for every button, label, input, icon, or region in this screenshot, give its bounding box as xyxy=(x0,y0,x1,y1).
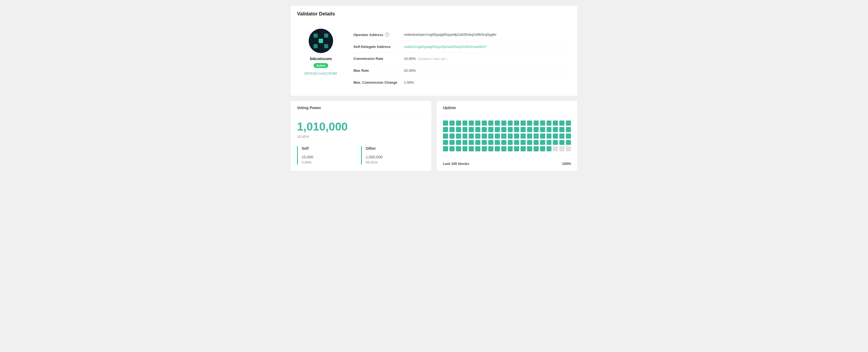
uptime-cell xyxy=(488,140,493,145)
validator-address-link[interactable]: BFFE82CAADC3F980 xyxy=(305,72,337,75)
uptime-cell xyxy=(527,134,532,139)
voting-power-card: Voting Power 1,010,000 16.65% Self 10,00… xyxy=(290,101,432,171)
uptime-cell xyxy=(456,134,461,139)
uptime-cell xyxy=(456,127,461,132)
voting-power-columns: Self 10,000 0.99% Other 1,000,000 99.01% xyxy=(297,146,425,164)
uptime-cell xyxy=(475,134,480,139)
uptime-cell xyxy=(566,127,571,132)
validator-details-grid: Operator Address ? cettestvaloper1ngd0yp… xyxy=(353,29,569,88)
uptime-cell xyxy=(488,127,493,132)
uptime-cell xyxy=(540,140,545,145)
uptime-cell xyxy=(495,140,500,145)
voting-power-percent: 16.65% xyxy=(297,135,425,139)
uptime-cell xyxy=(553,127,558,132)
uptime-cell xyxy=(514,146,519,151)
voting-power-body: 1,010,000 16.65% Self 10,000 0.99% Other… xyxy=(290,114,432,171)
uptime-cell xyxy=(533,146,539,151)
uptime-cell xyxy=(482,134,487,139)
uptime-cell xyxy=(488,134,493,139)
uptime-footer-value: 100% xyxy=(562,162,571,166)
uptime-cell xyxy=(463,120,468,126)
self-delegate-label: Self-Delegate Address xyxy=(353,41,404,53)
operator-address-value: cettestvaloper1ngd0ypqq0fzpye9p2a935vkq2… xyxy=(404,29,569,41)
uptime-cell xyxy=(450,140,455,145)
uptime-cell xyxy=(463,140,468,145)
uptime-cell xyxy=(456,146,461,151)
vp-self-column: Self 10,000 0.99% xyxy=(297,146,361,164)
uptime-cell xyxy=(501,120,506,126)
validator-avatar xyxy=(309,29,333,53)
uptime-cell xyxy=(559,140,564,145)
uptime-cell xyxy=(475,127,480,132)
uptime-cell xyxy=(482,140,487,145)
avatar-cell xyxy=(319,34,323,38)
uptime-cell xyxy=(450,120,455,126)
avatar-grid xyxy=(314,34,328,48)
vp-self-amount: 10,000 xyxy=(302,155,361,159)
uptime-cell xyxy=(482,127,487,132)
uptime-cell xyxy=(521,140,526,145)
bottom-row: Voting Power 1,010,000 16.65% Self 10,00… xyxy=(290,101,578,175)
uptime-cell xyxy=(521,134,526,139)
uptime-cell xyxy=(521,127,526,132)
vp-other-title: Other xyxy=(366,146,425,150)
uptime-card: Uptime Last 100 blocks 100% xyxy=(436,101,578,171)
uptime-cell xyxy=(443,120,448,126)
uptime-cell xyxy=(540,127,545,132)
uptime-cell xyxy=(533,134,539,139)
uptime-cell xyxy=(495,146,500,151)
uptime-cell xyxy=(508,146,513,151)
uptime-cell xyxy=(527,146,532,151)
uptime-cell xyxy=(553,146,558,151)
operator-address-help-icon[interactable]: ? xyxy=(385,33,389,37)
uptime-cell xyxy=(527,140,532,145)
avatar-cell xyxy=(319,39,323,43)
uptime-cell xyxy=(559,134,564,139)
uptime-cell xyxy=(533,127,539,132)
page-title: Validator Details xyxy=(290,6,578,17)
avatar-cell xyxy=(324,39,328,43)
uptime-cell xyxy=(508,120,513,126)
uptime-cell xyxy=(463,146,468,151)
uptime-cell xyxy=(559,127,564,132)
uptime-cell xyxy=(508,134,513,139)
uptime-cell xyxy=(508,140,513,145)
uptime-cell xyxy=(514,134,519,139)
uptime-cell xyxy=(501,134,506,139)
uptime-cell xyxy=(547,127,552,132)
uptime-cell xyxy=(559,146,564,151)
uptime-cell xyxy=(553,120,558,126)
uptime-cell xyxy=(443,140,448,145)
commission-rate-value: 10.00% (Updated 2 days ago ) xyxy=(404,53,569,65)
uptime-cell xyxy=(514,127,519,132)
uptime-cell xyxy=(482,146,487,151)
uptime-cell xyxy=(508,127,513,132)
max-rate-label: Max Rate xyxy=(353,65,404,77)
uptime-cell xyxy=(521,120,526,126)
uptime-header: Uptime xyxy=(436,101,578,114)
max-commission-change-label: Max. Commission Change xyxy=(353,77,404,88)
max-commission-change-value: 1.00% xyxy=(404,77,569,88)
uptime-cell xyxy=(495,127,500,132)
operator-address-label: Operator Address ? xyxy=(353,29,404,41)
uptime-cell xyxy=(495,134,500,139)
voting-power-header: Voting Power xyxy=(290,101,432,114)
uptime-cell xyxy=(488,120,493,126)
uptime-cell xyxy=(501,146,506,151)
uptime-cell xyxy=(547,146,552,151)
uptime-cell xyxy=(547,120,552,126)
self-delegate-value[interactable]: cettest1ngd0ypqq0fzpye9p2a935vkq2v06rfzv… xyxy=(404,41,569,53)
uptime-cell xyxy=(443,146,448,151)
avatar-cell xyxy=(314,34,318,38)
uptime-cell xyxy=(469,146,474,151)
uptime-cell xyxy=(475,140,480,145)
uptime-cell xyxy=(540,146,545,151)
uptime-cell xyxy=(495,120,500,126)
uptime-cell xyxy=(527,120,532,126)
status-badge: Active xyxy=(314,63,328,68)
uptime-cell xyxy=(482,120,487,126)
uptime-cell xyxy=(514,120,519,126)
validator-name: bitcoincom xyxy=(310,56,332,61)
max-rate-value: 20.00% xyxy=(404,65,569,77)
uptime-cell xyxy=(469,127,474,132)
